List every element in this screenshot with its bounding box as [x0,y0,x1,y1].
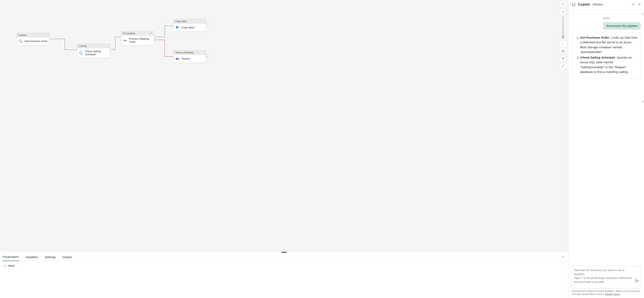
svg-point-2 [80,52,82,54]
panel-resize-handle[interactable] [0,251,568,253]
node-name-label: Check Sailing Schedule [85,50,108,56]
node-type-label: If Condition [123,32,136,35]
zoom-in-button[interactable] [560,9,566,15]
tab-settings[interactable]: Settings [44,253,56,261]
expand-icon[interactable] [150,32,152,35]
tab-output[interactable]: Output [62,253,72,261]
node-type-label: Copy data [175,20,186,23]
tab-parameters[interactable]: Parameters [2,253,19,261]
svg-line-3 [82,54,83,55]
chat-timestamp: 22:50 [572,17,641,20]
svg-point-0 [19,40,22,42]
activity-ifcondition-processshippingorder[interactable]: If Condition Process Shipping Order [121,31,154,45]
new-parameter-button[interactable]: New [3,264,14,267]
connector-status-success[interactable]: ✓ [50,38,52,40]
svg-rect-16 [562,50,564,52]
connector-status-success[interactable]: ✓ [206,24,209,26]
connector-status-success[interactable]: ✓ [110,48,112,51]
svg-rect-10 [178,59,179,60]
zoom-out-button[interactable] [560,41,566,47]
svg-rect-17 [563,51,564,52]
connector-status-fail[interactable]: ✕ [154,39,157,41]
fullscreen-button[interactable] [560,63,566,69]
svg-rect-4 [124,40,125,41]
panel-collapse-button[interactable] [560,254,566,260]
copydata-icon [175,25,180,30]
node-type-label: Lookup [79,45,87,47]
node-type-label: Lookup [18,34,26,37]
svg-point-9 [178,58,179,59]
svg-line-21 [562,58,563,59]
new-label: New [8,264,14,267]
zoom-handle[interactable] [562,35,564,38]
node-name-label: Teams1 [182,57,190,60]
tab-variables[interactable]: Variables [25,253,38,261]
connector-status-success[interactable]: ✓ [154,35,157,38]
close-icon[interactable] [638,3,641,6]
send-icon[interactable] [635,279,639,284]
node-name-label: Get Purchase Order [24,40,48,43]
assistant-response-card: Get Purchase Order: Looks up data from a… [572,32,641,78]
lookup-icon [79,51,84,55]
activity-teams-teams1[interactable]: Teams (Preview) T Teams1 [173,50,206,63]
node-name-label: Copy data2 [182,26,194,29]
copilot-logo-icon [571,2,576,7]
list-item: Check Sailing Schedule: Queries an Azure… [580,55,638,74]
teams-icon: T [175,56,180,61]
connector-status-success[interactable]: ✓ [206,55,209,57]
autolayout-button[interactable] [560,55,566,62]
svg-rect-5 [126,40,127,41]
svg-line-12 [564,5,564,5]
node-type-label: Teams (Preview) [175,51,194,54]
pipeline-connections [0,0,568,251]
copilot-disclaimer: AI-generated content can have mistakes. … [568,290,644,298]
pipeline-canvas[interactable]: Lookup Get Purchase Order ✓ Lookup Check… [0,0,568,251]
svg-point-11 [562,3,564,5]
copilot-input[interactable]: Describe the summary you want or ask a q… [571,266,641,288]
svg-rect-20 [563,59,564,60]
copilot-panel: Copilot PREVIEW 22:50 Summarize this pip… [568,0,644,298]
add-activity-button[interactable]: + [163,46,166,49]
list-item: Get Purchase Order: Looks up data from a… [580,35,638,54]
copilot-title: Copilot [578,2,590,6]
fit-to-screen-button[interactable] [560,48,566,54]
svg-line-1 [21,42,22,43]
user-message-bubble: Summarize this pipeline [603,22,641,30]
properties-panel: Parameters Variables Settings Output New [0,251,568,298]
activity-lookup-getpurchaseorder[interactable]: Lookup Get Purchase Order [16,33,50,45]
ifcondition-icon [123,38,128,43]
search-button[interactable] [560,1,566,7]
svg-rect-19 [563,58,564,58]
chat-card-placeholder [572,10,641,14]
review-terms-link[interactable]: Review Terms [605,293,620,295]
svg-text:T: T [176,58,177,60]
preview-badge: PREVIEW [592,3,604,6]
svg-rect-18 [562,58,563,58]
activity-copydata-copydata2[interactable]: Copy data Copy data2 [173,19,206,32]
activity-lookup-checksailingschedule[interactable]: Lookup Check Sailing Schedule [77,44,110,58]
pin-icon[interactable] [631,3,634,6]
zoom-slider[interactable] [563,16,563,39]
node-name-label: Process Shipping Order [129,37,152,44]
copilot-chat-log[interactable]: 22:50 Summarize this pipeline Get Purcha… [568,9,644,264]
lookup-icon [18,39,23,44]
